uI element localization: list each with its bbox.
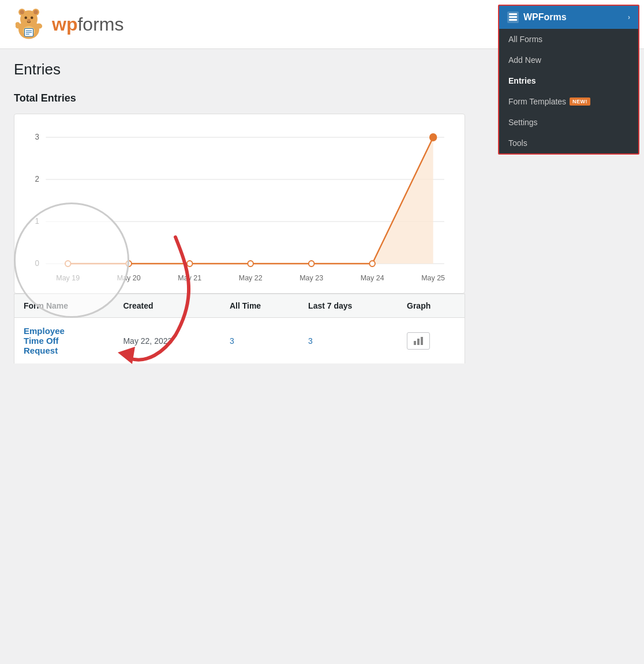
- svg-point-5: [33, 10, 38, 14]
- new-badge: NEW!: [570, 97, 590, 106]
- svg-text:May 22: May 22: [239, 273, 263, 282]
- svg-point-33: [65, 261, 71, 267]
- form-name-cell: EmployeeTime OffRequest: [14, 318, 114, 364]
- form-name-link[interactable]: EmployeeTime OffRequest: [24, 326, 65, 355]
- page-title: Entries: [14, 61, 465, 78]
- svg-rect-40: [414, 341, 416, 345]
- dropdown-item-entries[interactable]: Entries: [499, 70, 638, 91]
- svg-point-34: [126, 261, 132, 267]
- col-last-7-days: Last 7 days: [299, 294, 398, 318]
- all-time-count[interactable]: 3: [230, 336, 234, 346]
- svg-text:May 20: May 20: [117, 273, 141, 282]
- svg-text:0: 0: [35, 259, 39, 268]
- svg-point-37: [309, 261, 314, 267]
- entries-table: Form Name Created All Time Last 7 days G…: [14, 294, 465, 364]
- dropdown-item-all-forms[interactable]: All Forms: [499, 29, 638, 50]
- col-created: Created: [114, 294, 220, 318]
- main-content: Entries Total Entries 3 2 1 0 May 19 May…: [0, 49, 479, 376]
- svg-point-3: [20, 10, 24, 14]
- svg-point-35: [187, 261, 193, 267]
- bar-chart-icon: [413, 336, 424, 346]
- svg-point-38: [369, 261, 375, 267]
- total-entries-title: Total Entries: [14, 92, 465, 104]
- last-7-days-cell: 3: [299, 318, 398, 364]
- svg-point-8: [27, 19, 31, 22]
- created-cell: May 22, 2023: [114, 318, 220, 364]
- svg-text:May 19: May 19: [56, 273, 80, 282]
- wpforms-menu-icon: [507, 12, 519, 23]
- svg-text:May 23: May 23: [299, 273, 323, 282]
- last-7-days-count[interactable]: 3: [308, 336, 313, 346]
- dropdown-item-add-new[interactable]: Add New: [499, 50, 638, 70]
- svg-text:2: 2: [35, 175, 39, 183]
- all-time-cell: 3: [220, 318, 299, 364]
- chart-area: 3 2 1 0 May 19 May 20 May 21 May 22 May …: [24, 126, 455, 287]
- svg-point-16: [16, 22, 20, 27]
- svg-point-6: [25, 17, 28, 20]
- svg-rect-42: [421, 337, 423, 345]
- svg-text:May 21: May 21: [178, 273, 201, 282]
- dropdown-item-tools[interactable]: Tools: [499, 133, 638, 153]
- svg-text:May 25: May 25: [421, 273, 445, 282]
- svg-text:1: 1: [35, 217, 39, 226]
- svg-text:3: 3: [35, 133, 39, 141]
- graph-cell: [398, 318, 465, 364]
- svg-text:May 24: May 24: [361, 273, 384, 282]
- col-form-name: Form Name: [14, 294, 114, 318]
- col-graph: Graph: [398, 294, 465, 318]
- dropdown-menu: WPForms › All Forms Add New Entries Form…: [498, 5, 639, 155]
- svg-rect-41: [417, 339, 420, 345]
- chart-container: 3 2 1 0 May 19 May 20 May 21 May 22 May …: [14, 114, 465, 294]
- table-wrapper: Form Name Created All Time Last 7 days G…: [14, 294, 465, 364]
- entries-chart: 3 2 1 0 May 19 May 20 May 21 May 22 May …: [24, 126, 455, 287]
- created-date: May 22, 2023: [123, 336, 172, 346]
- col-all-time: All Time: [220, 294, 299, 318]
- dropdown-header[interactable]: WPForms ›: [499, 6, 638, 29]
- wpforms-bear-logo: [12, 7, 46, 42]
- svg-point-7: [31, 17, 33, 20]
- logo-area: wpforms: [12, 7, 123, 42]
- logo-text: wpforms: [52, 14, 123, 35]
- graph-button[interactable]: [407, 332, 430, 350]
- svg-rect-46: [509, 19, 517, 21]
- dropdown-collapse-arrow[interactable]: ›: [628, 13, 630, 21]
- dropdown-item-settings[interactable]: Settings: [499, 112, 638, 133]
- svg-rect-44: [509, 13, 517, 15]
- table-row: EmployeeTime OffRequest May 22, 2023 3 3: [14, 318, 465, 364]
- svg-rect-45: [509, 16, 517, 18]
- dropdown-item-form-templates[interactable]: Form Templates NEW!: [499, 91, 638, 112]
- table-header-row: Form Name Created All Time Last 7 days G…: [14, 294, 465, 318]
- dropdown-title: WPForms: [523, 12, 567, 22]
- svg-point-36: [248, 261, 253, 267]
- svg-point-39: [430, 134, 437, 141]
